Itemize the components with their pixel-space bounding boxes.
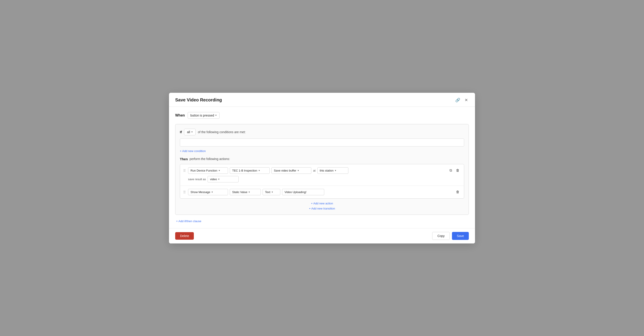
trigger-chevron-icon: ▾ (215, 114, 217, 117)
action-1-result-var-dropdown[interactable]: video ▾ (208, 176, 238, 182)
action-1-function-chevron-icon: ▾ (219, 169, 220, 172)
drag-handle-icon[interactable]: ⠿ (183, 190, 186, 194)
action-row: ⠿ Run Device Function ▾ TEC 1-B Inspecti… (180, 164, 464, 186)
action-2-main-row: Show Message ▾ Static Value ▾ Text ▾ (188, 189, 461, 195)
then-suffix-text: perform the following actions: (190, 157, 230, 161)
modal-dialog: Save Video Recording 🔗 ✕ When button is … (169, 93, 475, 243)
add-links-area: + Add new action + Add new transition (180, 202, 464, 210)
action-1-at-label: at (313, 169, 316, 172)
all-chevron-icon: ▾ (192, 131, 193, 133)
add-if-then-area: + Add if/then clause (175, 219, 469, 223)
all-value: all (187, 130, 190, 134)
action-1-device-dropdown[interactable]: TEC 1-B Inspection ▾ (230, 167, 270, 174)
action-2-icons: 🗑 (454, 189, 461, 195)
link-icon-button[interactable]: 🔗 (454, 97, 461, 103)
action-2-type-value: Text (265, 190, 270, 194)
modal-body: When button is pressed ▾ If all ▾ of the… (169, 107, 475, 228)
action-1-device-chevron-icon: ▾ (258, 169, 260, 172)
action-1-copy-icon-button[interactable]: ⧉ (448, 168, 453, 173)
action-2-source-dropdown[interactable]: Static Value ▾ (230, 189, 261, 195)
add-condition-button[interactable]: + Add new condition (180, 149, 206, 153)
action-1-icons: ⧉ 🗑 (448, 168, 461, 173)
trigger-value: button is pressed (190, 114, 214, 117)
delete-button[interactable]: Delete (175, 232, 194, 240)
when-row: When button is pressed ▾ (175, 112, 469, 119)
copy-button[interactable]: Copy (432, 232, 450, 240)
action-2-function-value: Show Message (190, 190, 210, 194)
drag-handle-icon[interactable]: ⠿ (183, 169, 186, 173)
modal-header: Save Video Recording 🔗 ✕ (169, 93, 475, 107)
clause-box: If all ▾ of the following conditions are… (175, 124, 469, 215)
action-1-location-value: this station (320, 169, 334, 172)
action-1-sub-row: save result as video ▾ (188, 176, 461, 182)
modal-header-actions: 🔗 ✕ (454, 97, 469, 103)
then-header: Then perform the following actions: (180, 157, 464, 161)
close-button[interactable]: ✕ (464, 97, 469, 103)
spacer (180, 153, 464, 157)
modal-title: Save Video Recording (175, 97, 222, 103)
condition-empty-box (180, 139, 464, 146)
action-2-source-value: Static Value (232, 190, 247, 194)
all-dropdown[interactable]: all ▾ (184, 129, 196, 135)
action-1-operation-value: Save video buffer (274, 169, 296, 172)
action-2-type-chevron-icon: ▾ (272, 191, 273, 194)
action-1-location-chevron-icon: ▾ (335, 169, 336, 172)
action-2-function-dropdown[interactable]: Show Message ▾ (188, 189, 228, 195)
action-1-content: Run Device Function ▾ TEC 1-B Inspection… (188, 167, 461, 182)
action-1-main-row: Run Device Function ▾ TEC 1-B Inspection… (188, 167, 461, 174)
if-row: If all ▾ of the following conditions are… (180, 129, 464, 135)
action-2-function-chevron-icon: ▾ (212, 191, 213, 194)
if-label: If (180, 130, 182, 134)
add-action-button[interactable]: + Add new action (181, 202, 463, 205)
action-1-operation-chevron-icon: ▾ (298, 169, 299, 172)
if-suffix-text: of the following conditions are met: (198, 130, 246, 134)
action-1-device-value: TEC 1-B Inspection (232, 169, 257, 172)
add-if-then-button[interactable]: + Add if/then clause (176, 219, 201, 223)
action-1-function-value: Run Device Function (190, 169, 217, 172)
actions-box: ⠿ Run Device Function ▾ TEC 1-B Inspecti… (180, 164, 464, 199)
action-row: ⠿ Show Message ▾ Static Value ▾ (180, 186, 464, 198)
then-label: Then (180, 157, 188, 161)
action-2-source-chevron-icon: ▾ (248, 191, 250, 194)
action-1-location-dropdown[interactable]: this station ▾ (317, 167, 348, 174)
action-2-content: Show Message ▾ Static Value ▾ Text ▾ (188, 189, 461, 195)
save-button[interactable]: Save (452, 232, 469, 240)
modal-overlay: Save Video Recording 🔗 ✕ When button is … (0, 0, 644, 336)
modal-footer: Delete Copy Save (169, 228, 475, 243)
action-1-result-var-value: video (210, 178, 217, 181)
action-2-type-dropdown[interactable]: Text ▾ (262, 189, 280, 195)
action-2-value-input[interactable] (282, 189, 324, 195)
action-1-delete-icon-button[interactable]: 🗑 (454, 168, 461, 173)
trigger-dropdown[interactable]: button is pressed ▾ (188, 112, 220, 119)
add-transition-button[interactable]: + Add new transition (181, 207, 463, 210)
when-label: When (175, 113, 185, 117)
action-2-delete-icon-button[interactable]: 🗑 (454, 189, 461, 195)
action-1-operation-dropdown[interactable]: Save video buffer ▾ (272, 167, 311, 174)
action-1-function-dropdown[interactable]: Run Device Function ▾ (188, 167, 228, 174)
footer-right: Copy Save (432, 232, 469, 240)
action-1-result-var-chevron-icon: ▾ (218, 178, 220, 181)
action-1-save-result-label: save result as (188, 178, 206, 181)
